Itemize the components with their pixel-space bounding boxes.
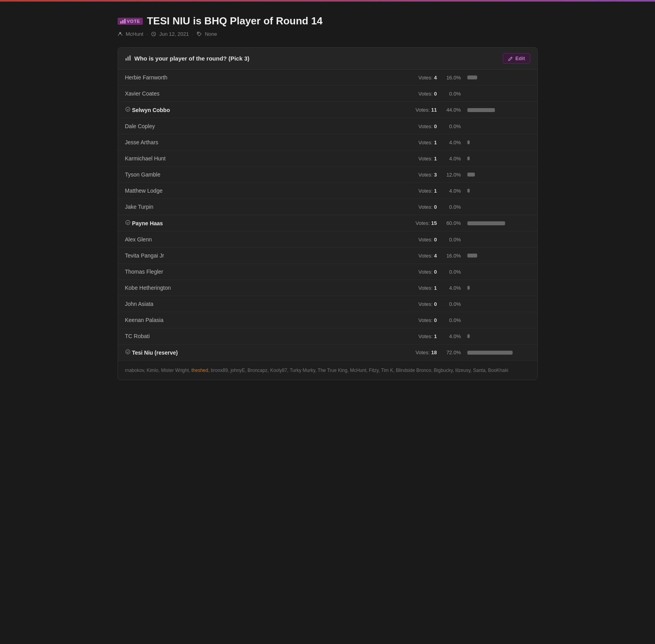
poll-row: Alex GlennVotes: 00.0% <box>118 232 537 248</box>
edit-label: Edit <box>515 55 525 61</box>
bar-container <box>467 286 530 290</box>
voter-name: rnabokov <box>125 368 144 373</box>
pct-label: 16.0% <box>443 75 461 81</box>
voter-name: Turky Murky <box>290 368 315 373</box>
poll-row: Payne HaasVotes: 1560.0% <box>118 215 537 232</box>
bar-container <box>467 334 530 338</box>
bar-fill <box>467 189 470 193</box>
title-row: VOTE TESI NIU is BHQ Player of Round 14 <box>118 15 538 27</box>
pct-label: 4.0% <box>443 140 461 145</box>
player-name: Thomas Flegler <box>125 269 399 275</box>
bar-fill <box>467 351 513 355</box>
poll-row: Herbie FarnworthVotes: 416.0% <box>118 70 537 86</box>
player-name: Keenan Palasia <box>125 317 399 323</box>
pct-label: 0.0% <box>443 301 461 307</box>
bar-fill <box>467 221 505 225</box>
vote-label: VOTE <box>127 19 140 24</box>
player-name: Jake Turpin <box>125 204 399 210</box>
voter-name: Blindside Bronco <box>396 368 431 373</box>
bar-container <box>467 302 530 306</box>
svg-rect-3 <box>125 58 127 61</box>
bars-icon <box>120 19 125 24</box>
voter-name: Bigbucky <box>434 368 453 373</box>
bar-container <box>467 237 530 241</box>
bar-fill <box>467 156 470 160</box>
pct-label: 72.0% <box>443 350 461 355</box>
pct-label: 0.0% <box>443 269 461 275</box>
page-wrapper: VOTE TESI NIU is BHQ Player of Round 14 … <box>111 0 544 388</box>
bar-container <box>467 318 530 322</box>
player-name: Kobe Hetherington <box>125 285 399 291</box>
poll-row: Xavier CoatesVotes: 00.0% <box>118 86 537 102</box>
votes-label: Votes: 0 <box>406 317 437 323</box>
voter-name: Tim K <box>381 368 393 373</box>
votes-label: Votes: 0 <box>406 204 437 210</box>
svg-rect-4 <box>127 57 129 61</box>
player-name: Matthew Lodge <box>125 188 399 194</box>
edit-button[interactable]: Edit <box>503 53 530 64</box>
poll-row: Tyson GambleVotes: 312.0% <box>118 167 537 183</box>
bar-fill <box>467 254 478 258</box>
voter-name: bronx89 <box>211 368 228 373</box>
voter-name: lilzeusy <box>455 368 470 373</box>
bar-container <box>467 108 530 112</box>
poll-row: Selwyn CobboVotes: 1144.0% <box>118 102 537 118</box>
poll-rows: Herbie FarnworthVotes: 416.0%Xavier Coat… <box>118 70 537 361</box>
pct-label: 44.0% <box>443 107 461 113</box>
vote-badge: VOTE <box>118 18 143 25</box>
poll-header: Who is your player of the round? (Pick 3… <box>118 48 537 70</box>
bar-container <box>467 351 530 355</box>
voter-name: The True King <box>318 368 347 373</box>
votes-label: Votes: 0 <box>406 123 437 129</box>
player-name: Alex Glenn <box>125 236 399 243</box>
voters-footer: rnabokov, Kimlo, Mister Wright, theshed,… <box>118 361 537 380</box>
votes-label: Votes: 1 <box>406 188 437 194</box>
pct-label: 60.0% <box>443 220 461 226</box>
voter-name: johnyE <box>231 368 245 373</box>
votes-label: Votes: 0 <box>406 269 437 275</box>
page-header: VOTE TESI NIU is BHQ Player of Round 14 … <box>118 8 538 41</box>
bar-container <box>467 173 530 177</box>
bar-fill <box>467 108 495 112</box>
voter-name: McHunt <box>350 368 366 373</box>
pct-label: 16.0% <box>443 253 461 259</box>
bar-fill <box>467 173 475 177</box>
pct-label: 12.0% <box>443 172 461 178</box>
poll-row: Matthew LodgeVotes: 14.0% <box>118 183 537 199</box>
votes-label: Votes: 18 <box>406 350 437 355</box>
bar-fill <box>467 140 470 144</box>
bar-fill <box>467 334 470 338</box>
pct-label: 0.0% <box>443 317 461 323</box>
poll-row: Tevita Pangai JrVotes: 416.0% <box>118 248 537 264</box>
clock-icon <box>151 31 156 37</box>
voter-name: Kimlo <box>147 368 159 373</box>
player-name: Tesi Niu (reserve) <box>125 349 399 356</box>
bar-container <box>467 254 530 258</box>
player-name: Jesse Arthars <box>125 139 399 145</box>
votes-label: Votes: 1 <box>406 140 437 145</box>
svg-point-6 <box>125 107 130 112</box>
author-name: McHunt <box>126 31 144 37</box>
bar-container <box>467 189 530 193</box>
post-tag: None <box>205 31 217 37</box>
tag-icon <box>197 31 202 37</box>
voter-name: Kooly87 <box>270 368 287 373</box>
bar-fill <box>467 286 470 290</box>
pct-label: 0.0% <box>443 91 461 97</box>
voter-highlight: theshed <box>191 368 208 373</box>
player-name: Payne Haas <box>125 220 399 226</box>
voter-name: Mister Wright <box>161 368 188 373</box>
votes-label: Votes: 15 <box>406 220 437 226</box>
poll-row: Keenan PalasiaVotes: 00.0% <box>118 312 537 328</box>
poll-row: John AsiataVotes: 00.0% <box>118 296 537 312</box>
bar-container <box>467 270 530 274</box>
poll-card: Who is your player of the round? (Pick 3… <box>118 47 538 380</box>
votes-label: Votes: 3 <box>406 172 437 178</box>
winner-icon <box>125 107 131 112</box>
player-name: Karmichael Hunt <box>125 155 399 162</box>
player-name: Selwyn Cobbo <box>125 107 399 113</box>
bar-container <box>467 124 530 128</box>
post-date: Jun 12, 2021 <box>159 31 189 37</box>
player-name: Tyson Gamble <box>125 171 399 178</box>
votes-label: Votes: 4 <box>406 253 437 259</box>
